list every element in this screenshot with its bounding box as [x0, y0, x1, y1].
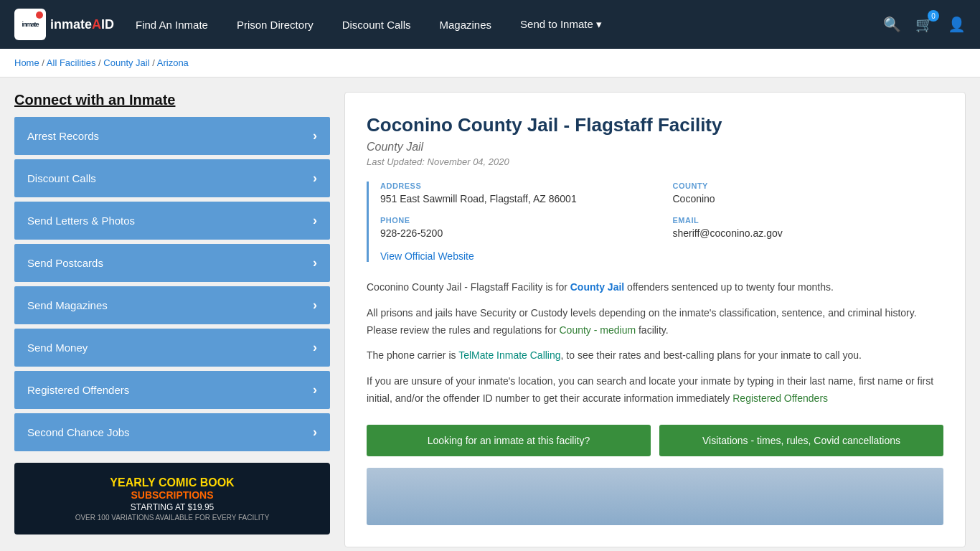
cart-badge: 0	[928, 10, 939, 22]
phone-block: PHONE 928-226-5200	[380, 216, 651, 239]
arrow-icon-3: ›	[313, 255, 317, 270]
desc2-text-b: facility.	[636, 324, 669, 336]
user-icon[interactable]: 👤	[948, 16, 966, 33]
nav-prison-directory[interactable]: Prison Directory	[237, 19, 314, 31]
desc3-text-b: , to see their rates and best-calling pl…	[561, 349, 862, 361]
website-block: View Official Website	[380, 250, 943, 262]
cart-icon[interactable]: 🛒 0	[915, 16, 933, 33]
arrow-icon-1: ›	[313, 171, 317, 186]
facility-name: Coconino County Jail - Flagstaff Facilit…	[367, 114, 943, 136]
county-jail-link[interactable]: County Jail	[570, 281, 624, 293]
ad-banner[interactable]: YEARLY COMIC BOOK SUBSCRIPTIONS STARTING…	[14, 463, 330, 534]
sidebar-item-registered-offenders[interactable]: Registered Offenders ›	[14, 371, 330, 409]
address-value: 951 East Sawmill Road, Flagstaff, AZ 860…	[380, 193, 651, 204]
info-grid: ADDRESS 951 East Sawmill Road, Flagstaff…	[367, 182, 943, 262]
sidebar-item-arrest-records[interactable]: Arrest Records ›	[14, 117, 330, 155]
ad-subtitle: SUBSCRIPTIONS	[75, 489, 270, 501]
sidebar-label-registered-offenders: Registered Offenders	[27, 384, 129, 396]
desc1-text: Coconino County Jail - Flagstaff Facilit…	[367, 281, 570, 293]
logo-area[interactable]: inmate inmateAID	[14, 9, 114, 40]
ad-price: STARTING AT $19.95	[75, 502, 270, 512]
sidebar-label-discount-calls: Discount Calls	[27, 172, 96, 184]
breadcrumb-home[interactable]: Home	[14, 57, 39, 68]
breadcrumb-bar: Home / All Facilities / County Jail / Ar…	[0, 49, 980, 77]
address-label: ADDRESS	[380, 182, 651, 190]
desc1-text-b: offenders sentenced up to twenty four mo…	[624, 281, 834, 293]
search-icon[interactable]: 🔍	[883, 16, 901, 33]
breadcrumb-county-jail[interactable]: County Jail	[103, 57, 149, 68]
sidebar-item-send-money[interactable]: Send Money ›	[14, 329, 330, 367]
sidebar-item-second-chance-jobs[interactable]: Second Chance Jobs ›	[14, 413, 330, 451]
nav-find-inmate[interactable]: Find An Inmate	[136, 19, 208, 31]
arrow-icon-5: ›	[313, 340, 317, 355]
sidebar-label-second-chance-jobs: Second Chance Jobs	[27, 426, 130, 438]
sidebar-label-arrest-records: Arrest Records	[27, 130, 99, 142]
email-value: sheriff@coconino.az.gov	[673, 227, 944, 239]
description-2: All prisons and jails have Security or C…	[367, 305, 943, 339]
email-block: EMAIL sheriff@coconino.az.gov	[673, 216, 944, 239]
sidebar-label-send-letters: Send Letters & Photos	[27, 215, 135, 227]
logo-text: inmateAID	[50, 17, 114, 32]
county-block: COUNTY Coconino	[673, 182, 944, 204]
sidebar-label-send-postcards: Send Postcards	[27, 257, 103, 269]
description-3: The phone carrier is TelMate Inmate Call…	[367, 347, 943, 364]
description-4: If you are unsure of your inmate's locat…	[367, 373, 943, 408]
header: inmate inmateAID Find An Inmate Prison D…	[0, 0, 980, 49]
arrow-icon-6: ›	[313, 382, 317, 397]
main-content: Connect with an Inmate Arrest Records › …	[0, 77, 980, 551]
nav-discount-calls[interactable]: Discount Calls	[342, 19, 411, 31]
sidebar: Connect with an Inmate Arrest Records › …	[14, 92, 330, 547]
sidebar-menu: Arrest Records › Discount Calls › Send L…	[14, 117, 330, 451]
header-icons: 🔍 🛒 0 👤	[883, 16, 966, 33]
sidebar-title: Connect with an Inmate	[14, 92, 330, 108]
phone-value: 928-226-5200	[380, 227, 651, 239]
arrow-icon-2: ›	[313, 213, 317, 228]
telmate-link[interactable]: TelMate Inmate Calling	[458, 349, 560, 361]
nav-send-to-inmate[interactable]: Send to Inmate ▾	[520, 18, 602, 31]
photo-preview	[367, 468, 943, 525]
ad-content: YEARLY COMIC BOOK SUBSCRIPTIONS STARTING…	[70, 471, 275, 527]
breadcrumb-arizona[interactable]: Arizona	[157, 57, 189, 68]
action-buttons: Looking for an inmate at this facility? …	[367, 425, 943, 456]
county-label: COUNTY	[673, 182, 944, 190]
ad-note: OVER 100 VARIATIONS AVAILABLE FOR EVERY …	[75, 514, 270, 522]
email-label: EMAIL	[673, 216, 944, 225]
desc3-text: The phone carrier is	[367, 349, 458, 361]
sidebar-label-send-magazines: Send Magazines	[27, 299, 108, 311]
county-value: Coconino	[673, 193, 944, 204]
last-updated: Last Updated: November 04, 2020	[367, 156, 943, 167]
sidebar-item-discount-calls[interactable]: Discount Calls ›	[14, 159, 330, 197]
looking-for-inmate-button[interactable]: Looking for an inmate at this facility?	[367, 425, 651, 456]
arrow-icon-7: ›	[313, 425, 317, 440]
official-website-link[interactable]: View Official Website	[380, 250, 474, 262]
visitations-button[interactable]: Visitations - times, rules, Covid cancel…	[659, 425, 943, 456]
arrow-icon-0: ›	[313, 128, 317, 143]
phone-label: PHONE	[380, 216, 651, 225]
sidebar-item-send-postcards[interactable]: Send Postcards ›	[14, 244, 330, 282]
facility-type: County Jail	[367, 141, 943, 154]
logo-icon: inmate	[14, 9, 46, 40]
main-nav: Find An Inmate Prison Directory Discount…	[136, 18, 862, 31]
breadcrumb-all-facilities[interactable]: All Facilities	[47, 57, 96, 68]
ad-title: YEARLY COMIC BOOK	[75, 476, 270, 489]
sidebar-item-send-letters[interactable]: Send Letters & Photos ›	[14, 202, 330, 240]
sidebar-label-send-money: Send Money	[27, 342, 88, 354]
breadcrumb: Home / All Facilities / County Jail / Ar…	[14, 57, 966, 68]
nav-magazines[interactable]: Magazines	[440, 19, 492, 31]
county-medium-link[interactable]: County - medium	[559, 324, 636, 336]
desc4-text: If you are unsure of your inmate's locat…	[367, 375, 933, 404]
detail-panel: Coconino County Jail - Flagstaff Facilit…	[344, 92, 966, 547]
address-block: ADDRESS 951 East Sawmill Road, Flagstaff…	[380, 182, 651, 204]
arrow-icon-4: ›	[313, 298, 317, 313]
registered-offenders-link[interactable]: Registered Offenders	[732, 392, 828, 404]
description-1: Coconino County Jail - Flagstaff Facilit…	[367, 279, 943, 296]
sidebar-item-send-magazines[interactable]: Send Magazines ›	[14, 286, 330, 324]
